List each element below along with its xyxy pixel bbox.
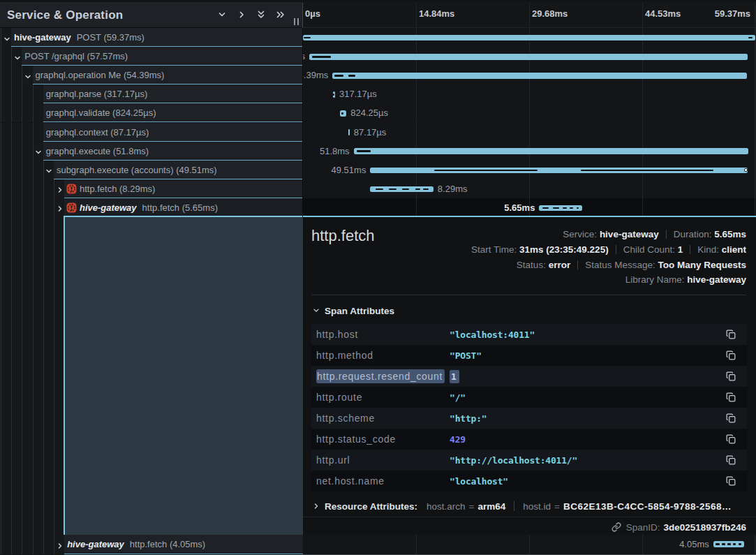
collapse-span-chevron[interactable] bbox=[34, 147, 43, 155]
span-timeline-cell[interactable]: 87.17µs bbox=[303, 123, 756, 142]
span-tree-cell[interactable]: graphql.execute (51.8ms) bbox=[0, 142, 303, 161]
span-row[interactable]: hive-gatewayPOST (59.37ms)59.37ms bbox=[0, 28, 756, 47]
span-row[interactable]: graphql.parse (317.17µs)317.17µs bbox=[0, 84, 756, 103]
span-timeline-cell[interactable]: 51.8ms bbox=[303, 142, 756, 161]
span-row[interactable]: http.fetch (8.29ms)8.29ms bbox=[0, 179, 756, 198]
attribute-row[interactable]: http.url"http://localhost:4011/" bbox=[311, 450, 747, 471]
span-duration-bar[interactable] bbox=[348, 129, 350, 135]
copy-value-button[interactable] bbox=[726, 476, 736, 486]
copy-value-button[interactable] bbox=[726, 330, 736, 339]
span-duration-bar[interactable] bbox=[303, 35, 755, 41]
span-duration-label: 54.39ms bbox=[303, 66, 328, 84]
span-timeline-cell[interactable]: 57.57ms bbox=[303, 47, 756, 66]
span-row[interactable]: subgraph.execute (accounts) (49.51ms)49.… bbox=[0, 161, 756, 179]
meta-separator bbox=[577, 260, 578, 269]
timeline-gridline bbox=[416, 535, 417, 554]
span-event-marker bbox=[745, 169, 747, 171]
attribute-row[interactable]: net.host.name"localhost" bbox=[311, 471, 747, 491]
attribute-row[interactable]: http.scheme"http:" bbox=[311, 408, 747, 429]
span-duration-label: 51.8ms bbox=[320, 142, 350, 161]
copy-value-button[interactable] bbox=[726, 371, 736, 381]
attribute-row[interactable]: http.host"localhost:4011" bbox=[311, 324, 747, 345]
panel-divider[interactable] bbox=[302, 3, 303, 28]
timeline-gridline bbox=[755, 103, 755, 122]
resource-attributes-row[interactable]: Resource Attributes: host.arch=arm64host… bbox=[312, 499, 732, 513]
span-duration-label: 317.17µs bbox=[339, 84, 377, 103]
collapse-all-button[interactable] bbox=[255, 9, 267, 20]
span-tree-cell[interactable]: hive-gatewayhttp.fetch (4.05ms) bbox=[0, 535, 303, 554]
indent-guide bbox=[54, 217, 54, 535]
span-row[interactable]: graphql.context (87.17µs)87.17µs bbox=[0, 123, 756, 142]
span-timeline-cell[interactable]: 5.65ms bbox=[303, 198, 756, 217]
spanid-row: SpanID: 3de02518937fb246 bbox=[612, 520, 746, 534]
span-tree-cell[interactable]: POST /graphql (57.57ms) bbox=[0, 47, 303, 66]
copy-value-button[interactable] bbox=[726, 455, 736, 465]
spanid-value[interactable]: 3de02518937fb246 bbox=[663, 522, 746, 533]
indent-guide bbox=[33, 161, 34, 179]
span-label: hive-gatewayPOST (59.37ms) bbox=[14, 28, 144, 47]
attribute-row[interactable]: http.route"/" bbox=[311, 387, 747, 408]
collapse-span-chevron[interactable] bbox=[24, 71, 32, 80]
copy-value-button[interactable] bbox=[726, 350, 736, 360]
collapse-span-chevron[interactable] bbox=[13, 52, 22, 61]
collapse-one-level-button[interactable] bbox=[216, 9, 228, 20]
child-span-marker bbox=[739, 543, 741, 545]
span-timeline-cell[interactable]: 49.51ms bbox=[303, 161, 756, 179]
span-tree-cell[interactable]: subgraph.execute (accounts) (49.51ms) bbox=[0, 161, 303, 179]
span-timeline-cell[interactable]: 8.29ms bbox=[303, 179, 756, 198]
collapse-span-chevron[interactable] bbox=[3, 34, 11, 42]
span-row[interactable]: graphql.execute (51.8ms)51.8ms bbox=[0, 142, 756, 161]
resource-separator bbox=[514, 501, 514, 511]
attribute-row[interactable]: http.status_code429 bbox=[311, 429, 747, 450]
span-duration-bar[interactable] bbox=[332, 73, 747, 79]
timeline-gridline bbox=[755, 179, 755, 198]
copy-value-button[interactable] bbox=[726, 434, 736, 444]
expand-span-chevron[interactable] bbox=[56, 184, 64, 193]
span-timeline-cell[interactable]: 317.17µs bbox=[303, 84, 756, 103]
span-tree-cell[interactable]: hive-gatewayPOST (59.37ms) bbox=[0, 28, 303, 47]
top-edge-strip bbox=[0, 0, 756, 2]
copy-value-button[interactable] bbox=[726, 392, 736, 402]
span-row[interactable]: POST /graphql (57.57ms)57.57ms bbox=[0, 47, 756, 66]
copy-value-button[interactable] bbox=[726, 413, 736, 423]
resource-value: arm64 bbox=[477, 501, 505, 512]
expand-all-button[interactable] bbox=[275, 9, 286, 20]
indent-guide bbox=[1, 198, 1, 217]
selected-text-highlight: http.request.resend_count bbox=[316, 369, 445, 383]
expand-span-chevron[interactable] bbox=[56, 540, 64, 549]
span-duration-label: 824.25µs bbox=[350, 103, 388, 122]
attribute-row[interactable]: http.method"POST" bbox=[311, 345, 747, 366]
span-tree-cell[interactable]: http.fetch (8.29ms) bbox=[0, 179, 303, 198]
span-timeline-cell[interactable]: 824.25µs bbox=[303, 103, 756, 122]
child-span-marker bbox=[434, 170, 537, 172]
panel-resizer-grip[interactable] bbox=[293, 18, 300, 26]
indent-guide bbox=[11, 179, 12, 198]
timeline-gridline bbox=[529, 535, 530, 554]
expand-span-chevron[interactable] bbox=[56, 203, 64, 212]
span-row[interactable]: graphql.validate (824.25µs)824.25µs bbox=[0, 103, 756, 122]
span-row[interactable]: graphql.operation Me (54.39ms)54.39ms bbox=[0, 66, 756, 84]
span-tree-cell[interactable]: hive-gatewayhttp.fetch (5.65ms) bbox=[0, 198, 303, 217]
span-tree-cell[interactable]: graphql.operation Me (54.39ms) bbox=[0, 66, 303, 84]
detail-indent-stripe bbox=[0, 217, 64, 535]
expand-one-level-button[interactable] bbox=[236, 9, 247, 20]
span-duration-bar[interactable] bbox=[354, 148, 748, 154]
attribute-row[interactable]: http.request.resend_count1 bbox=[311, 366, 747, 387]
span-row[interactable]: hive-gatewayhttp.fetch (4.05ms)4.05ms bbox=[0, 535, 756, 554]
span-timeline-cell[interactable]: 4.05ms bbox=[303, 535, 756, 554]
span-tree-cell[interactable]: graphql.context (87.17µs) bbox=[0, 123, 303, 142]
collapse-span-chevron[interactable] bbox=[45, 165, 53, 174]
span-tree-cell[interactable]: graphql.validate (824.25µs) bbox=[0, 103, 303, 122]
span-attributes-toggle[interactable]: Span Attributes bbox=[312, 304, 394, 318]
span-tree-cell[interactable]: graphql.parse (317.17µs) bbox=[0, 84, 303, 103]
attribute-value: "http://localhost:4011/" bbox=[450, 455, 726, 466]
operation-name: graphql.operation Me (54.39ms) bbox=[35, 70, 164, 80]
span-timeline-cell[interactable]: 59.37ms bbox=[303, 28, 756, 47]
attribute-value: "POST" bbox=[450, 350, 726, 361]
indent-guide bbox=[22, 66, 22, 84]
span-label: http.fetch (8.29ms) bbox=[80, 179, 155, 198]
span-row[interactable]: hive-gatewayhttp.fetch (5.65ms)5.65ms bbox=[0, 198, 756, 217]
detail-accent-block[interactable] bbox=[64, 217, 303, 535]
span-duration-bar[interactable] bbox=[309, 54, 748, 60]
span-timeline-cell[interactable]: 54.39ms bbox=[303, 66, 756, 84]
